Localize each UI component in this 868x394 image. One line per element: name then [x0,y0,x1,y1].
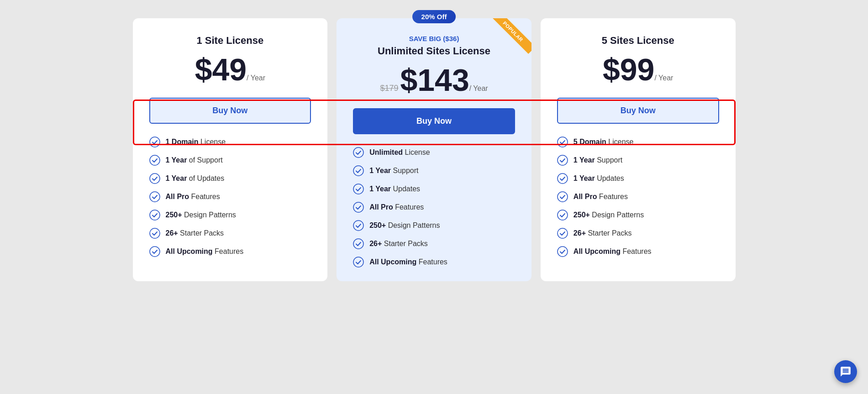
plan-card-unlimited: 20% OffSAVE BIG ($36)Unlimited Sites Lic… [337,18,531,281]
svg-point-16 [558,173,568,184]
feature-text: 1 Year of Support [166,156,223,164]
feature-text: 250+ Design Patterns [573,211,644,219]
feature-text: All Pro Features [573,193,628,201]
price-main: $143 [400,63,469,97]
plan-card-one-site: 1 Site License$49/ YearBuy Now 1 Domain … [133,18,328,281]
svg-point-3 [150,192,160,202]
feature-item: Unlimited License [353,147,515,158]
price-block: $179$143/ Year [353,64,515,95]
svg-point-12 [353,239,363,249]
feature-item: All Pro Features [557,191,719,202]
plan-name: 5 Sites License [557,35,719,47]
feature-text: 1 Domain License [166,138,226,146]
feature-item: All Upcoming Features [353,257,515,268]
svg-point-1 [150,155,160,165]
feature-item: 1 Year Updates [557,173,719,184]
discount-badge: 20% Off [412,10,456,23]
feature-item: 1 Year Updates [353,184,515,194]
svg-point-17 [558,192,568,202]
svg-point-2 [150,173,160,184]
feature-text: 250+ Design Patterns [369,221,440,230]
svg-point-9 [353,184,363,194]
svg-point-5 [150,228,160,238]
svg-point-11 [353,221,363,231]
feature-item: 26+ Starter Packs [557,228,719,239]
price-original: $179 [380,84,398,93]
popular-ribbon [490,18,531,59]
price-main: $49 [195,52,247,87]
svg-point-10 [353,202,363,212]
feature-text: 250+ Design Patterns [166,211,236,219]
price-block: $99/ Year [557,54,719,85]
feature-text: 26+ Starter Packs [166,229,224,237]
features-list: Unlimited License 1 Year Support 1 Year … [353,147,515,268]
svg-point-4 [150,210,160,220]
pricing-section: 1 Site License$49/ YearBuy Now 1 Domain … [128,18,740,281]
feature-text: 1 Year Updates [573,174,624,183]
feature-item: 1 Domain License [149,137,311,147]
feature-text: 1 Year Support [573,156,622,164]
price-main: $99 [603,52,654,87]
svg-point-7 [353,147,363,158]
feature-text: All Upcoming Features [166,247,244,256]
buy-now-button[interactable]: Buy Now [353,108,515,134]
svg-point-8 [353,166,363,176]
feature-text: 26+ Starter Packs [369,240,428,248]
svg-point-0 [150,137,160,147]
feature-text: All Pro Features [369,203,424,211]
feature-text: All Upcoming Features [369,258,447,266]
svg-point-14 [558,137,568,147]
feature-item: All Upcoming Features [149,246,311,257]
feature-item: All Upcoming Features [557,246,719,257]
svg-point-15 [558,155,568,165]
feature-item: 1 Year Support [353,165,515,176]
feature-text: All Pro Features [166,193,220,201]
feature-text: 5 Domain License [573,138,634,146]
feature-item: All Pro Features [353,202,515,213]
features-list: 1 Domain License 1 Year of Support 1 Yea… [149,137,311,257]
plan-card-five-sites: 5 Sites License$99/ YearBuy Now 5 Domain… [541,18,736,281]
buy-now-button[interactable]: Buy Now [149,98,311,124]
feature-item: All Pro Features [149,191,311,202]
feature-item: 250+ Design Patterns [353,220,515,231]
feature-text: 1 Year Support [369,167,418,175]
buy-now-button[interactable]: Buy Now [557,98,719,124]
feature-item: 250+ Design Patterns [557,210,719,221]
svg-point-13 [353,257,363,267]
svg-point-18 [558,210,568,220]
feature-item: 1 Year of Updates [149,173,311,184]
price-period: / Year [654,74,673,82]
chat-button[interactable] [834,360,857,383]
price-period: / Year [247,74,265,82]
feature-text: 1 Year Updates [369,185,420,193]
feature-text: Unlimited License [369,148,430,157]
feature-item: 26+ Starter Packs [353,238,515,249]
price-block: $49/ Year [149,54,311,85]
feature-item: 250+ Design Patterns [149,210,311,221]
features-list: 5 Domain License 1 Year Support 1 Year U… [557,137,719,257]
svg-point-6 [150,247,160,257]
svg-point-20 [558,247,568,257]
feature-item: 1 Year of Support [149,155,311,166]
price-period: / Year [469,84,488,92]
svg-point-19 [558,228,568,238]
feature-item: 5 Domain License [557,137,719,147]
feature-item: 1 Year Support [557,155,719,166]
feature-item: 26+ Starter Packs [149,228,311,239]
plan-name: 1 Site License [149,35,311,47]
feature-text: 1 Year of Updates [166,174,225,183]
feature-text: All Upcoming Features [573,247,652,256]
feature-text: 26+ Starter Packs [573,229,632,237]
